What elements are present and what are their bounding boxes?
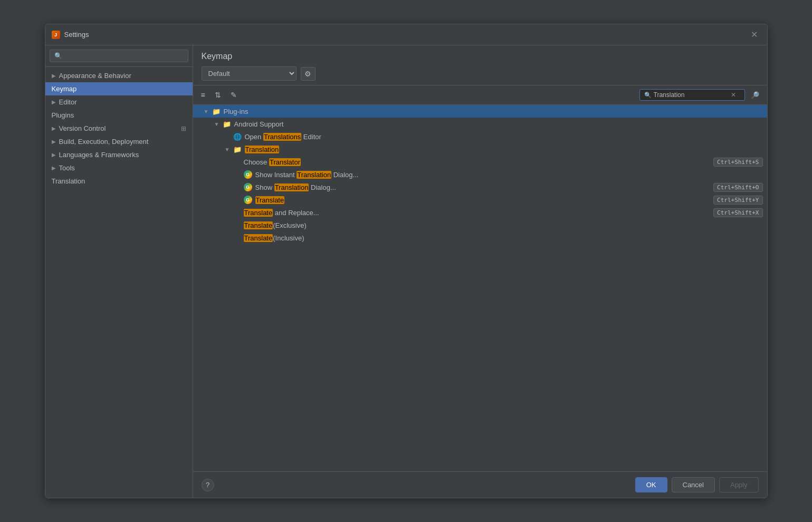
tree-row[interactable]: Choose Translator Ctrl+Shift+S <box>193 156 767 168</box>
sidebar: ▶ Appearance & Behavior Keymap ▶ Editor … <box>45 45 193 498</box>
google-icon: G <box>244 170 252 179</box>
world-icon: 🌐 <box>233 132 242 141</box>
expand-all-button[interactable]: ≡ <box>197 89 209 101</box>
tree-label: Show Instant Translation Dialog... <box>255 171 763 179</box>
tree-label: Translate <box>255 196 714 204</box>
shortcut-badge: Ctrl+Shift+O <box>713 183 762 192</box>
arrow-icon: ▶ <box>52 125 56 131</box>
sidebar-search-input[interactable] <box>50 50 188 62</box>
shortcut-badge: Ctrl+Shift+S <box>713 158 762 167</box>
keymap-scheme-select[interactable]: Default Eclipse Emacs <box>202 66 297 81</box>
title-bar: J Settings ✕ <box>45 24 767 45</box>
tree-label: Translation <box>245 146 763 153</box>
apply-button[interactable]: Apply <box>719 477 759 492</box>
clear-search-button[interactable]: ✕ <box>730 91 737 99</box>
folder-icon: 📁 <box>233 146 242 153</box>
arrow-icon: ▶ <box>52 139 56 144</box>
dialog-buttons: OK Cancel Apply <box>635 477 759 492</box>
tree-row[interactable]: Translate(Inclusive) <box>193 231 767 244</box>
arrow-icon: ▶ <box>52 152 56 158</box>
shortcut-badge: Ctrl+Shift+Y <box>713 196 762 205</box>
right-panel: Keymap Default Eclipse Emacs ⚙ ≡ ⇅ ✎ 🔍 <box>193 45 767 498</box>
sidebar-search-box <box>45 45 193 67</box>
main-content: ▶ Appearance & Behavior Keymap ▶ Editor … <box>45 45 767 498</box>
tree-row[interactable]: G Show Translation Dialog... Ctrl+Shift+… <box>193 181 767 194</box>
folder-icon: 📁 <box>223 120 231 128</box>
search-filter-icon: 🔍 <box>644 92 652 99</box>
sidebar-item-label: Translation <box>52 177 85 185</box>
sidebar-item-label: Plugins <box>52 111 74 119</box>
google-icon: G <box>244 196 252 204</box>
sidebar-item-version-control[interactable]: ▶ Version Control ⊞ <box>45 122 193 135</box>
sidebar-item-keymap[interactable]: Keymap <box>45 82 193 95</box>
tree-row[interactable]: 🌐 Open Translations Editor <box>193 130 767 143</box>
help-button[interactable]: ? <box>202 479 214 491</box>
sidebar-item-build[interactable]: ▶ Build, Execution, Deployment <box>45 135 193 148</box>
tree-label: Show Translation Dialog... <box>255 183 714 191</box>
tree-row[interactable]: ▼ 📁 Translation <box>193 143 767 156</box>
sidebar-item-plugins[interactable]: Plugins <box>45 109 193 122</box>
app-icon: J <box>52 31 60 39</box>
search-filter-box: 🔍 ✕ <box>639 89 745 101</box>
panel-header: Keymap Default Eclipse Emacs ⚙ <box>193 45 767 85</box>
tree-row[interactable]: ▼ 📁 Plug-ins <box>193 105 767 118</box>
keymap-toolbar: ≡ ⇅ ✎ 🔍 ✕ 🔎 <box>193 85 767 105</box>
tree-row[interactable]: ▼ 📁 Android Support <box>193 118 767 130</box>
tree-row[interactable]: Translate and Replace... Ctrl+Shift+X <box>193 206 767 219</box>
sidebar-items-list: ▶ Appearance & Behavior Keymap ▶ Editor … <box>45 67 193 190</box>
sidebar-item-appearance[interactable]: ▶ Appearance & Behavior <box>45 69 193 82</box>
tree-label: Plug-ins <box>224 108 763 115</box>
collapse-all-button[interactable]: ⇅ <box>211 89 225 101</box>
keymap-gear-button[interactable]: ⚙ <box>301 67 316 81</box>
arrow-icon: ▶ <box>52 73 56 79</box>
keymap-controls: Default Eclipse Emacs ⚙ <box>202 66 759 81</box>
tree-arrow: ▼ <box>225 147 231 152</box>
title-bar-left: J Settings <box>52 31 89 39</box>
sidebar-item-editor[interactable]: ▶ Editor <box>45 95 193 109</box>
google-icon: G <box>244 183 252 191</box>
folder-icon: 📁 <box>212 108 221 115</box>
sidebar-item-languages[interactable]: ▶ Languages & Frameworks <box>45 148 193 161</box>
cancel-button[interactable]: Cancel <box>672 477 715 492</box>
tree-arrow: ▼ <box>204 109 210 114</box>
ok-button[interactable]: OK <box>635 477 667 492</box>
search-filter-input[interactable] <box>654 91 728 99</box>
arrow-icon: ▶ <box>52 99 56 105</box>
tree-label: Translate(Inclusive) <box>244 234 763 242</box>
shortcut-badge: Ctrl+Shift+X <box>713 208 762 217</box>
sidebar-item-tools[interactable]: ▶ Tools <box>45 161 193 175</box>
settings-dialog: J Settings ✕ ▶ Appearance & Behavior Key… <box>45 24 768 498</box>
edit-shortcut-button[interactable]: ✎ <box>227 89 241 101</box>
sidebar-item-label: Tools <box>59 164 75 172</box>
panel-title: Keymap <box>202 52 759 61</box>
arrow-icon: ▶ <box>52 165 56 171</box>
tree-label: Translate and Replace... <box>244 209 714 217</box>
tree-row[interactable]: G Show Instant Translation Dialog... <box>193 168 767 181</box>
sidebar-item-label: Keymap <box>52 85 77 93</box>
sidebar-item-label: Build, Execution, Deployment <box>59 138 149 146</box>
bottom-bar: ? OK Cancel Apply <box>193 471 767 498</box>
tree-label: Translate(Exclusive) <box>244 221 763 229</box>
find-in-keymap-button[interactable]: 🔎 <box>747 89 763 101</box>
dialog-title: Settings <box>64 31 89 38</box>
sidebar-item-label: Editor <box>59 98 77 106</box>
tree-row[interactable]: G Translate Ctrl+Shift+Y <box>193 194 767 206</box>
tree-label: Choose Translator <box>244 158 714 166</box>
sidebar-item-label: Version Control <box>59 124 106 132</box>
keymap-tree[interactable]: ▼ 📁 Plug-ins ▼ 📁 Android Support 🌐 Open … <box>193 105 767 471</box>
tree-label: Open Translations Editor <box>245 133 763 141</box>
tree-row[interactable]: Translate(Exclusive) <box>193 219 767 231</box>
tree-arrow: ▼ <box>214 121 221 127</box>
tree-label: Android Support <box>234 120 763 128</box>
sidebar-item-translation[interactable]: Translation <box>45 175 193 188</box>
sidebar-item-label: Appearance & Behavior <box>59 72 131 80</box>
close-button[interactable]: ✕ <box>748 28 761 41</box>
vcs-badge: ⊞ <box>181 125 186 132</box>
sidebar-item-label: Languages & Frameworks <box>59 151 139 159</box>
